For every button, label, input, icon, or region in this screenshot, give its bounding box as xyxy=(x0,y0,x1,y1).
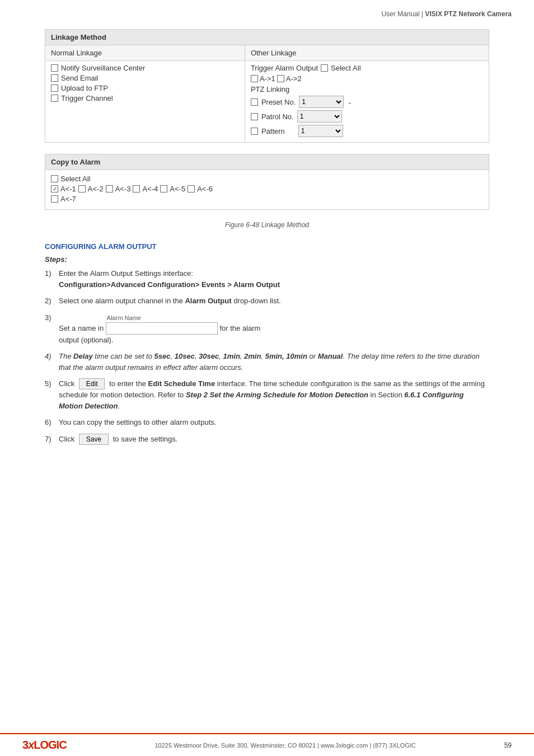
a1-copy-label: A<-1 xyxy=(60,185,76,193)
select-all-row: Select All xyxy=(51,175,483,183)
steps-label: Steps: xyxy=(45,255,489,264)
a4-copy-label: A<-4 xyxy=(142,185,158,193)
step-1-num: 1) xyxy=(45,268,51,279)
manual-bold: Manual xyxy=(318,352,343,360)
step-7-num: 7) xyxy=(45,434,51,445)
trigger-channel-row: Trigger Channel xyxy=(51,94,239,102)
send-email-row: Send Email xyxy=(51,74,239,82)
upload-ftp-checkbox[interactable] xyxy=(51,84,58,92)
10min-bold: 10min xyxy=(286,352,307,360)
logo-x: x xyxy=(28,739,34,751)
linkage-method-title: Linkage Method xyxy=(45,30,489,45)
2min-bold: 2min xyxy=(244,352,261,360)
patrol-row: Patrol No. 1 xyxy=(251,110,483,123)
save-button[interactable]: Save xyxy=(79,434,109,445)
page-header: User Manual | VISIX PTZ Network Camera xyxy=(0,0,534,24)
preset-select[interactable]: 1 xyxy=(299,96,344,108)
pattern-row: Pattern 1 xyxy=(251,125,483,137)
logo-logic: LOGIC xyxy=(34,739,66,751)
notify-row: Notify Surveillance Center xyxy=(51,64,239,72)
step-7: 7) Click Save to save the settings. xyxy=(45,434,489,445)
5sec-bold: 5sec xyxy=(154,352,171,360)
pattern-checkbox[interactable] xyxy=(251,128,258,135)
select-all-checkbox[interactable] xyxy=(51,175,58,182)
alarm-items-row: ✓ A<-1 A<-2 A<-3 A<-4 A<-5 A<-6 xyxy=(51,185,483,193)
linkage-row-1: Notify Surveillance Center Send Email Up… xyxy=(45,61,489,143)
step2-ref: Step 2 Set the Arming Schedule for Motio… xyxy=(186,391,368,399)
pattern-label: Pattern xyxy=(261,127,285,135)
alarm-name-input[interactable] xyxy=(106,322,218,335)
step-6-num: 6) xyxy=(45,417,51,428)
a7-copy-label: A<-7 xyxy=(60,195,76,203)
copy-alarm-title: Copy to Alarm xyxy=(45,154,489,170)
preset-label: Preset No. xyxy=(261,98,296,106)
logo-3x: 3 xyxy=(22,739,28,751)
pattern-select[interactable]: 1 xyxy=(298,125,343,137)
a2-copy-checkbox[interactable] xyxy=(78,185,86,192)
a2-copy-label: A<-2 xyxy=(88,185,104,193)
a6-copy-label: A<-6 xyxy=(197,185,213,193)
5min-bold: 5min, xyxy=(265,352,284,360)
step-4-num: 4) xyxy=(45,351,51,362)
steps-list: 1) Enter the Alarm Output Settings inter… xyxy=(45,268,489,445)
col-other-header: Other Linkage xyxy=(245,45,489,61)
a1-checkbox[interactable] xyxy=(251,75,258,82)
page-footer: 3xLOGIC 10225 Westmoor Drive, Suite 300,… xyxy=(0,733,534,756)
preset-chevron: ⌄ xyxy=(347,98,352,106)
footer-address: 10225 Westmoor Drive, Suite 300, Westmin… xyxy=(154,742,415,749)
alarm-name-label: Alarm Name xyxy=(107,313,141,323)
send-email-checkbox[interactable] xyxy=(51,74,58,82)
linkage-table: Normal Linkage Other Linkage Notify Surv… xyxy=(45,45,489,142)
step-5: 5) Click Edit to enter the Edit Schedule… xyxy=(45,378,489,411)
trigger-alarm-label: Trigger Alarm Output xyxy=(251,64,318,72)
a4-copy-checkbox[interactable] xyxy=(133,185,140,192)
step-3-text: Set a name in Alarm Name for the alarm xyxy=(59,324,260,332)
a2-checkbox[interactable] xyxy=(277,75,284,82)
a3-copy-checkbox[interactable] xyxy=(106,185,113,192)
patrol-label: Patrol No. xyxy=(261,112,294,121)
step-6: 6) You can copy the settings to other al… xyxy=(45,417,489,428)
upload-ftp-label: Upload to FTP xyxy=(61,84,108,92)
notify-checkbox[interactable] xyxy=(51,64,58,72)
step-2-text: Select one alarm output channel in the A… xyxy=(59,297,281,305)
a5-copy-checkbox[interactable] xyxy=(160,185,167,192)
edit-button[interactable]: Edit xyxy=(79,378,105,389)
a-row: A->1 A->2 xyxy=(251,74,483,83)
a7-row: A<-7 xyxy=(51,195,483,203)
patrol-checkbox[interactable] xyxy=(251,113,258,120)
trigger-channel-label: Trigger Channel xyxy=(61,94,113,102)
patrol-select[interactable]: 1 xyxy=(297,110,342,123)
step-2: 2) Select one alarm output channel in th… xyxy=(45,295,489,307)
a7-copy-checkbox[interactable] xyxy=(51,195,58,203)
a5-copy-label: A<-5 xyxy=(170,185,185,193)
1min-bold: 1min xyxy=(223,352,240,360)
section-title: CONFIGURING ALARM OUTPUT xyxy=(45,242,489,251)
a1-label: A->1 xyxy=(260,74,275,83)
step-7-text: Click Save to save the settings. xyxy=(59,435,177,443)
upload-ftp-row: Upload to FTP xyxy=(51,84,239,92)
footer-logo: 3xLOGIC xyxy=(22,739,67,752)
step-2-num: 2) xyxy=(45,295,51,307)
footer-page-num: 59 xyxy=(504,741,512,749)
trigger-channel-checkbox[interactable] xyxy=(51,95,58,102)
step-3-suffix: for the alarm xyxy=(219,324,260,332)
a1-copy-checkbox[interactable]: ✓ xyxy=(51,185,58,192)
step-5-num: 5) xyxy=(45,378,51,389)
header-text: User Manual xyxy=(381,10,419,18)
preset-checkbox[interactable] xyxy=(251,98,258,106)
step-4: 4) The Delay time can be set to 5sec, 10… xyxy=(45,351,489,373)
trigger-alarm-row: Trigger Alarm Output Select All xyxy=(251,64,483,72)
trigger-alarm-checkbox[interactable] xyxy=(321,64,328,72)
ptz-section: PTZ Linking Preset No. 1 ⌄ xyxy=(251,85,483,137)
step-5-text: Click Edit to enter the Edit Schedule Ti… xyxy=(59,379,485,410)
a3-copy-label: A<-3 xyxy=(115,185,131,193)
header-product: VISIX PTZ Network Camera xyxy=(425,10,512,18)
select-all-label: Select All xyxy=(331,64,360,72)
a2-label: A->2 xyxy=(286,74,302,83)
a6-copy-checkbox[interactable] xyxy=(188,185,195,192)
copy-alarm-content: Select All ✓ A<-1 A<-2 A<-3 A<-4 A<-5 A<… xyxy=(45,170,489,209)
col-normal-header: Normal Linkage xyxy=(45,45,245,61)
notify-label: Notify Surveillance Center xyxy=(61,64,145,72)
main-content: Linkage Method Normal Linkage Other Link… xyxy=(0,24,534,495)
step-3-optional: output (optional). xyxy=(59,336,114,344)
